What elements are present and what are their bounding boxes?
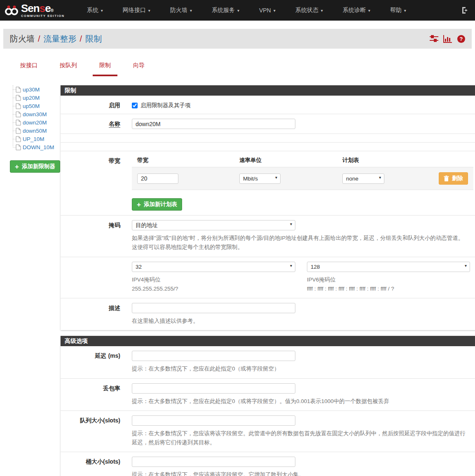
tree-item-up30M[interactable]: up30M	[16, 85, 61, 94]
document-icon	[16, 144, 21, 150]
pfsense-flower-icon	[4, 4, 19, 16]
document-icon	[16, 136, 21, 142]
description-label: 描述	[61, 303, 132, 326]
tree-item-UP_10M[interactable]: UP_10M	[16, 135, 61, 143]
delay-help-text: 提示：在大多数情况下，您应在此处指定0（或将字段留空）	[132, 364, 470, 373]
limiter-sidebar: up30M up20M up50M down30M down20M down50…	[0, 85, 61, 476]
menu-interfaces[interactable]: 网络接口▾	[113, 0, 160, 21]
limiter-panel: 限制 启用 启用限制器及其子项 名称 带宽	[61, 85, 475, 330]
tab-by-interface[interactable]: 按接口	[14, 59, 44, 76]
menu-help[interactable]: 帮助▾	[380, 0, 416, 21]
schedule-select-wrap: none	[342, 174, 384, 184]
bucket-size-label: 桶大小(slots)	[61, 457, 132, 476]
packet-loss-label: 丢包率	[61, 383, 132, 406]
tab-limiters[interactable]: 限制	[93, 59, 117, 76]
ipv4-mask-select[interactable]: 32	[132, 262, 295, 272]
document-icon	[16, 95, 21, 101]
tree-item-up20M[interactable]: up20M	[16, 94, 61, 102]
name-label: 名称	[109, 120, 120, 128]
delay-input[interactable]	[132, 351, 295, 361]
enable-checkbox-line: 启用限制器及其子项	[132, 100, 470, 109]
chevron-down-icon: ▾	[101, 8, 103, 13]
breadcrumb-link-traffic-shaper[interactable]: 流量整形	[44, 33, 77, 45]
mask-select-wrap: 目的地址	[132, 220, 295, 230]
breadcrumb-bar: 防火墙 / 流量整形 / 限制 ?	[3, 29, 472, 49]
ipv4-mask-help-line: 255.255.255.255/?	[132, 286, 178, 292]
tree-item-down30M[interactable]: down30M	[16, 110, 61, 118]
main-menu: 系统▾ 网络接口▾ 防火墙▾ 系统服务▾ VPN▾ 系统状态▾ 系统诊断▾ 帮助…	[77, 0, 461, 21]
menu-diagnostics[interactable]: 系统诊断▾	[333, 0, 380, 21]
queue-size-row: 队列大小(slots) 提示：在大多数情况下，您应该将该字段留空。此管道中的所有…	[61, 411, 475, 453]
sliders-icon[interactable]	[430, 35, 438, 42]
menu-services[interactable]: 系统服务▾	[202, 0, 249, 21]
document-icon	[16, 120, 21, 126]
top-navbar: Sense® COMMUNITY EDITION 系统▾ 网络接口▾ 防火墙▾ …	[0, 0, 475, 21]
menu-vpn[interactable]: VPN▾	[249, 0, 285, 21]
add-schedule-button[interactable]: +添加新计划表	[132, 198, 182, 211]
document-icon	[16, 128, 21, 134]
document-icon	[16, 111, 21, 117]
chevron-down-icon: ▾	[274, 8, 276, 13]
name-input[interactable]	[132, 119, 295, 129]
logout-icon[interactable]	[461, 6, 469, 14]
ipv4-mask-help-title: IPV4掩码位	[132, 275, 295, 284]
delete-schedule-button[interactable]: 删除	[439, 172, 468, 185]
packet-loss-input[interactable]	[132, 383, 295, 394]
menu-status[interactable]: 系统状态▾	[285, 0, 333, 21]
menu-firewall[interactable]: 防火墙▾	[160, 0, 202, 21]
tree-item-down50M[interactable]: down50M	[16, 127, 61, 135]
tree-item-DOWN_10M[interactable]: DOWN_10M	[16, 143, 61, 151]
chevron-down-icon: ▾	[237, 8, 239, 13]
breadcrumb-section: 防火墙	[10, 33, 35, 45]
enable-label: 启用	[61, 100, 132, 109]
empty-row	[61, 143, 475, 151]
mask-label: 掩码	[61, 220, 132, 252]
add-limiter-button[interactable]: +添加新限制器	[10, 160, 60, 173]
chevron-down-icon: ▾	[404, 8, 406, 13]
pfsense-logo[interactable]: Sense® COMMUNITY EDITION	[4, 3, 65, 18]
tree-item-up50M[interactable]: up50M	[16, 102, 61, 110]
rate-unit-select-wrap: Mbit/s	[239, 174, 281, 184]
breadcrumb: 防火墙 / 流量整形 / 限制	[10, 33, 102, 45]
help-icon[interactable]: ?	[457, 35, 465, 43]
col-schedule: 计划表	[342, 157, 468, 164]
bucket-size-input[interactable]	[132, 457, 295, 467]
col-bandwidth: 带宽	[137, 157, 239, 164]
chevron-down-icon: ▾	[148, 8, 150, 13]
schedule-select[interactable]: none	[342, 174, 384, 184]
empty-row	[61, 134, 475, 143]
menu-system[interactable]: 系统▾	[77, 0, 113, 21]
bar-chart-icon[interactable]	[443, 35, 452, 43]
ipv6-mask-select[interactable]: 128	[307, 262, 470, 272]
delay-label: 延迟 (ms)	[61, 351, 132, 373]
limiter-panel-title: 限制	[61, 85, 475, 96]
description-help-text: 在这里输入描述以供参考。	[132, 317, 470, 326]
enable-row: 启用 启用限制器及其子项	[61, 96, 475, 114]
breadcrumb-link-limiters[interactable]: 限制	[85, 33, 102, 45]
mask-help-text: 如果选择"源"或"目的地"时，将分别为所遇到的每个源/目的地IP地址创建具有上面…	[132, 234, 470, 252]
tab-by-queue[interactable]: 按队列	[53, 59, 84, 76]
col-rate-unit: 速率单位	[239, 157, 342, 164]
tab-wizards[interactable]: 向导	[126, 59, 151, 76]
ipv6-mask-help-title: IPV6掩码位	[307, 275, 470, 284]
description-input[interactable]	[132, 303, 295, 313]
bandwidth-row: 带宽 带宽 速率单位 计划表 Mbit/s none	[61, 151, 475, 216]
limiter-tree: up30M up20M up50M down30M down20M down50…	[16, 85, 61, 151]
brand-name: Sense®	[21, 3, 65, 14]
plus-icon: +	[137, 201, 141, 208]
rate-unit-select[interactable]: Mbit/s	[239, 174, 281, 184]
bandwidth-input[interactable]	[137, 174, 178, 184]
enable-checkbox-label: 启用限制器及其子项	[140, 102, 191, 109]
enable-checkbox[interactable]	[132, 103, 138, 108]
packet-loss-help-text: 提示：在大多数情况下，您应在此处指定0（或将字段留空）。值为0.001表示100…	[132, 397, 470, 406]
tree-item-down20M[interactable]: down20M	[16, 118, 61, 127]
mask-select[interactable]: 目的地址	[132, 220, 295, 230]
mask-bits-row: 32 IPV4掩码位255.255.255.255/? 128 IPV6掩码位f…	[61, 257, 475, 299]
queue-size-input[interactable]	[132, 415, 295, 426]
delay-row: 延迟 (ms) 提示：在大多数情况下，您应在此处指定0（或将字段留空）	[61, 346, 475, 378]
bucket-size-row: 桶大小(slots) 提示：在大多数情况下，您应该将该字段留空。它增加了散列大小…	[61, 452, 475, 476]
chevron-down-icon: ▾	[190, 8, 192, 13]
bandwidth-table-header: 带宽 速率单位 计划表	[132, 156, 473, 167]
ipv6-mask-select-wrap: 128	[307, 262, 470, 272]
tab-bar: 按接口 按队列 限制 向导	[0, 49, 475, 76]
